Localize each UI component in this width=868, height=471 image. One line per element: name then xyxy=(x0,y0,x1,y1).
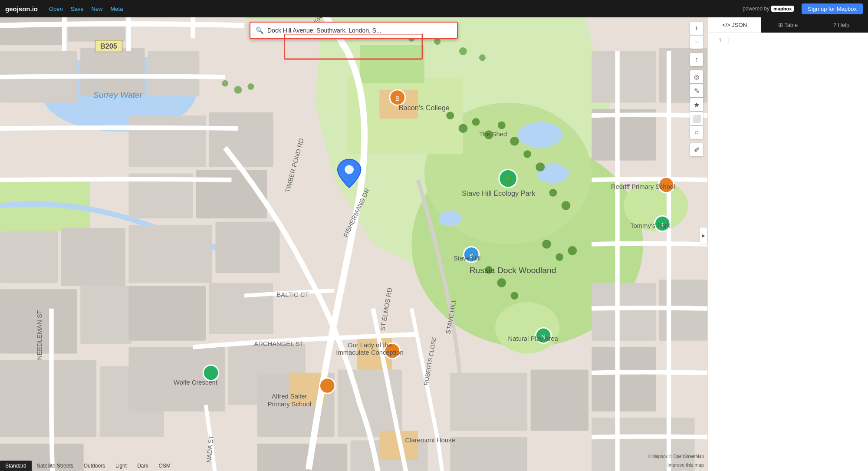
svg-rect-49 xyxy=(531,369,589,431)
reset-north-button[interactable]: ↑ xyxy=(690,53,703,66)
svg-point-108 xyxy=(345,165,354,174)
svg-rect-19 xyxy=(68,17,125,42)
geolocate-button[interactable]: ◎ xyxy=(690,70,703,83)
svg-point-81 xyxy=(536,162,545,171)
line-number-1: 1 xyxy=(708,36,725,45)
svg-text:NEEDLEMAN ST: NEEDLEMAN ST xyxy=(36,310,43,360)
svg-rect-35 xyxy=(215,222,279,273)
svg-rect-31 xyxy=(209,112,273,167)
draw-rectangle-button[interactable]: ⬜ xyxy=(690,112,703,125)
svg-point-79 xyxy=(510,137,519,146)
search-icon: 🔍 xyxy=(256,26,264,34)
svg-point-74 xyxy=(446,112,454,119)
svg-text:BALTIC CT: BALTIC CT xyxy=(276,291,309,298)
svg-rect-23 xyxy=(0,231,58,283)
powered-by-label: powered by mapbox xyxy=(743,6,794,12)
svg-point-86 xyxy=(568,246,577,255)
svg-point-66 xyxy=(222,80,228,87)
editor-cursor-line xyxy=(725,36,733,45)
svg-rect-30 xyxy=(128,115,206,167)
svg-rect-27 xyxy=(0,360,96,437)
svg-point-102 xyxy=(203,365,219,381)
svg-point-88 xyxy=(497,278,506,287)
svg-text:Russia Dock Woodland: Russia Dock Woodland xyxy=(470,266,556,275)
svg-rect-43 xyxy=(592,283,656,340)
tab-json[interactable]: </> JSON xyxy=(708,17,761,33)
svg-text:The Shed: The Shed xyxy=(479,131,507,138)
svg-text:Wolfe Crescent: Wolfe Crescent xyxy=(174,379,217,386)
zoom-in-button[interactable]: + xyxy=(690,22,703,35)
svg-text:B: B xyxy=(395,95,400,102)
panel-tabs: </> JSON ⊞ Table ? Help xyxy=(708,17,868,33)
svg-rect-45 xyxy=(592,347,656,412)
map-canvas: 🌳 B 🌿 T S N xyxy=(0,17,707,471)
svg-point-83 xyxy=(562,201,571,210)
svg-point-84 xyxy=(542,240,551,249)
draw-point-button[interactable]: ✎ xyxy=(690,84,703,97)
svg-point-13 xyxy=(439,211,462,226)
svg-point-71 xyxy=(434,38,441,45)
signup-button[interactable]: Sign up for Mapbox xyxy=(802,3,863,14)
scroll-right-arrow[interactable]: ▶ xyxy=(700,227,707,244)
map-area[interactable]: 🌳 B 🌿 T S N xyxy=(0,17,707,471)
svg-rect-36 xyxy=(128,286,206,341)
style-tab-osm[interactable]: OSM xyxy=(153,461,175,471)
svg-rect-26 xyxy=(80,286,132,344)
draw-circle-button[interactable]: ○ xyxy=(690,126,703,139)
svg-point-68 xyxy=(248,83,254,90)
style-tab-light[interactable]: Light xyxy=(110,461,132,471)
edit-button[interactable]: ✐ xyxy=(690,143,703,156)
draw-star-button[interactable]: ★ xyxy=(690,98,703,111)
nav-open[interactable]: Open xyxy=(49,6,63,12)
tab-table[interactable]: ⊞ Table xyxy=(761,17,815,33)
svg-point-73 xyxy=(479,54,486,61)
style-tab-satellite[interactable]: Satellite Streets xyxy=(32,461,79,471)
search-input[interactable] xyxy=(267,27,452,34)
main-layout: 🌳 B 🌿 T S N xyxy=(0,17,868,471)
search-bar: 🔍 xyxy=(250,22,458,39)
svg-rect-22 xyxy=(148,51,200,96)
svg-rect-34 xyxy=(128,225,212,283)
svg-text:B205: B205 xyxy=(100,42,117,50)
right-panel: </> JSON ⊞ Table ? Help 1 xyxy=(707,17,868,471)
map-attribution: © Mapbox © OpenStreetMap xyxy=(648,454,704,459)
svg-text:Immaculate Conception: Immaculate Conception xyxy=(336,349,403,356)
svg-text:ARCHANGEL ST: ARCHANGEL ST xyxy=(254,340,304,347)
svg-text:Claremont House: Claremont House xyxy=(405,437,455,444)
style-tab-outdoors[interactable]: Outdoors xyxy=(79,461,110,471)
mapbox-logo: mapbox xyxy=(771,6,794,12)
svg-text:Our Lady of the: Our Lady of the xyxy=(348,342,392,349)
svg-text:Stave Hill Ecology Park: Stave Hill Ecology Park xyxy=(462,189,536,197)
svg-text:🌿: 🌿 xyxy=(504,176,513,184)
svg-point-82 xyxy=(549,189,557,197)
nav-new[interactable]: New xyxy=(91,6,102,12)
svg-text:Surrey Water: Surrey Water xyxy=(93,90,143,99)
nav-save[interactable]: Save xyxy=(71,6,84,12)
svg-point-67 xyxy=(234,86,242,94)
cursor xyxy=(729,38,729,44)
improve-map-link[interactable]: Improve this map xyxy=(667,462,704,468)
svg-point-75 xyxy=(459,124,468,133)
tab-help[interactable]: ? Help xyxy=(815,17,868,33)
svg-point-72 xyxy=(459,47,467,55)
style-tab-dark[interactable]: Dark xyxy=(132,461,153,471)
svg-text:Stave Hill: Stave Hill xyxy=(454,255,481,262)
svg-rect-40 xyxy=(592,51,656,103)
svg-rect-24 xyxy=(61,228,125,286)
svg-point-78 xyxy=(498,121,506,129)
map-tools-panel: + − ↑ ◎ ✎ ★ ⬜ ○ ✐ xyxy=(690,22,703,156)
svg-point-103 xyxy=(319,378,335,394)
svg-rect-9 xyxy=(360,45,424,83)
search-overlay: 🔍 xyxy=(250,22,458,39)
json-editor[interactable]: 1 xyxy=(708,33,868,471)
svg-point-80 xyxy=(523,150,531,158)
svg-rect-18 xyxy=(0,17,64,45)
svg-text:Natural Play Area: Natural Play Area xyxy=(508,335,559,342)
svg-point-6 xyxy=(495,302,559,354)
style-tab-standard[interactable]: Standard xyxy=(0,461,32,471)
svg-point-76 xyxy=(472,118,480,126)
nav-meta[interactable]: Meta xyxy=(110,6,123,12)
svg-text:Tommy's Park: Tommy's Park xyxy=(630,222,671,229)
svg-rect-21 xyxy=(80,48,145,96)
zoom-out-button[interactable]: − xyxy=(690,36,703,49)
